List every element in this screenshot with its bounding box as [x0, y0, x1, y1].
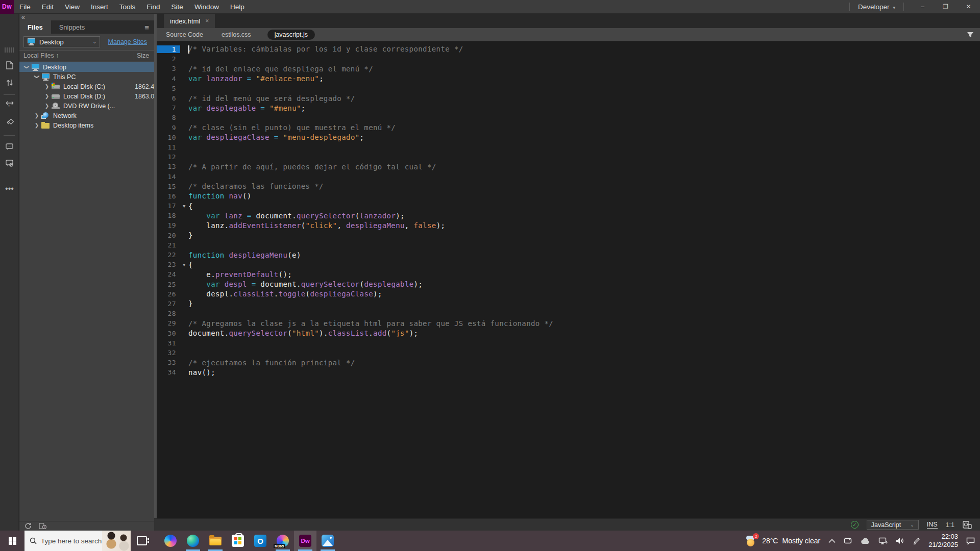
expand-arrow-icon[interactable]: ❯	[44, 93, 50, 99]
taskbar-app-explorer[interactable]	[204, 531, 227, 551]
menu-find[interactable]: Find	[141, 0, 165, 14]
expand-arrow-icon[interactable]: ❯	[44, 84, 50, 89]
code-line[interactable]: 27}	[157, 299, 980, 309]
code-line[interactable]: 13/* A partir de aquí, puedes dejar el c…	[157, 162, 980, 171]
code-line[interactable]: 14	[157, 171, 980, 181]
taskbar-app-photos[interactable]	[316, 531, 339, 551]
insert-mode-indicator[interactable]: INS	[927, 521, 938, 529]
clock[interactable]: 22:03 21/2/2025	[928, 533, 958, 549]
fold-arrow-icon[interactable]: ▼	[180, 204, 188, 209]
code-line[interactable]: 12	[157, 152, 980, 162]
workspace-switcher[interactable]: Developer▾	[850, 3, 903, 11]
code-format-icon[interactable]	[0, 116, 19, 129]
code-line[interactable]: 10var despliegaClase = "menu-desplegado"…	[157, 133, 980, 142]
panel-tab-snippets[interactable]: Snippets	[51, 20, 93, 34]
code-line[interactable]: 19 lanz.addEventListener("click", despli…	[157, 220, 980, 230]
task-view-button[interactable]	[131, 531, 153, 551]
code-line[interactable]: 11	[157, 142, 980, 152]
code-line[interactable]: 16function nav()	[157, 191, 980, 201]
related-file-javascript-js[interactable]: javascript.js	[267, 30, 315, 40]
collapse-panel-icon[interactable]: «	[21, 14, 24, 21]
code-editor[interactable]: 1/* Variables: cámbialas por los id y cl…	[157, 41, 980, 518]
fold-arrow-icon[interactable]: ▼	[180, 262, 188, 267]
tree-item-dvd-rw-drive-[interactable]: ❯DVD RW Drive (...	[19, 101, 154, 111]
screen-snip-icon[interactable]	[844, 537, 852, 544]
tree-item-local-disk-c-[interactable]: ❯Local Disk (C:)1862.46GB	[19, 82, 154, 91]
hidden-icons-chevron[interactable]	[828, 539, 836, 543]
panel-tab-files[interactable]: Files	[19, 20, 51, 34]
site-selector[interactable]: Desktop ⌄	[23, 36, 100, 47]
code-line[interactable]: 22function despliegaMenu(e)	[157, 250, 980, 260]
expand-arrow-icon[interactable]: ❯	[44, 103, 50, 109]
onedrive-icon[interactable]	[860, 538, 870, 544]
file-list-header[interactable]: Local Files ↑ Size	[19, 50, 154, 61]
code-line[interactable]: 24 e.preventDefault();	[157, 269, 980, 279]
code-line[interactable]: 17▼{	[157, 201, 980, 211]
code-line[interactable]: 8	[157, 113, 980, 122]
related-file-source-code[interactable]: Source Code	[157, 31, 212, 38]
menu-window[interactable]: Window	[189, 0, 225, 14]
code-line[interactable]: 5	[157, 84, 980, 93]
language-selector[interactable]: JavaScript ⌄	[867, 520, 919, 530]
code-line[interactable]: 20}	[157, 231, 980, 240]
code-line[interactable]: 28	[157, 309, 980, 318]
file-transfer-icon[interactable]	[0, 76, 19, 89]
comment-blocked-icon[interactable]	[0, 157, 19, 170]
weather-widget[interactable]: 1 28°C Mostly clear	[746, 535, 820, 547]
comment-icon[interactable]: ⋯	[0, 140, 19, 154]
code-line[interactable]: 29/* Agregamos la clase js a la etiqueta…	[157, 318, 980, 328]
menu-site[interactable]: Site	[166, 0, 189, 14]
code-line[interactable]: 25 var despl = document.querySelector(de…	[157, 280, 980, 289]
code-line[interactable]: 21	[157, 240, 980, 250]
expand-collapse-icon[interactable]: *	[0, 98, 19, 111]
restore-button[interactable]: ❐	[934, 0, 957, 14]
taskbar-app-m365-copilot[interactable]: M365	[272, 531, 294, 551]
related-file-estilos-css[interactable]: estilos.css	[212, 31, 260, 38]
menu-tools[interactable]: Tools	[114, 0, 141, 14]
start-button[interactable]	[0, 531, 24, 551]
sync-log-icon[interactable]	[39, 522, 46, 530]
code-line[interactable]: 23▼{	[157, 260, 980, 269]
filter-icon[interactable]	[967, 32, 974, 38]
panel-grip[interactable]	[5, 47, 15, 53]
code-line[interactable]: 15/* declaramos las funciones */	[157, 182, 980, 191]
code-line[interactable]: 7var desplegable = "#menu";	[157, 103, 980, 113]
volume-icon[interactable]	[896, 537, 904, 544]
taskbar-app-copilot[interactable]	[159, 531, 182, 551]
document-icon[interactable]	[0, 59, 19, 72]
menu-view[interactable]: View	[59, 0, 85, 14]
network-display-icon[interactable]	[878, 537, 888, 544]
tree-item-this-pc[interactable]: ❯This PC	[19, 72, 154, 82]
tree-item-network[interactable]: ❯Network	[19, 111, 154, 120]
menu-help[interactable]: Help	[225, 0, 250, 14]
code-line[interactable]: 3/* id del enlace que despliega el menú …	[157, 64, 980, 73]
tree-item-desktop-items[interactable]: ❯Desktop items	[19, 120, 154, 130]
collapse-arrow-icon[interactable]: ❯	[24, 64, 30, 70]
code-line[interactable]: 1/* Variables: cámbialas por los id y cl…	[157, 44, 980, 54]
expand-arrow-icon[interactable]: ❯	[34, 122, 40, 128]
taskbar-app-store[interactable]	[227, 531, 249, 551]
code-line[interactable]: 2	[157, 54, 980, 64]
taskbar-search[interactable]: Type here to search	[24, 531, 131, 551]
close-button[interactable]: ✕	[957, 0, 980, 14]
minimize-button[interactable]: –	[911, 0, 934, 14]
windows-ink-pen-icon[interactable]	[913, 537, 920, 545]
manage-sites-link[interactable]: Manage Sites	[108, 38, 147, 45]
code-line[interactable]: 32	[157, 348, 980, 358]
menu-file[interactable]: File	[14, 0, 36, 14]
taskbar-app-edge[interactable]	[182, 531, 204, 551]
panel-menu-icon[interactable]: ≡	[144, 23, 149, 32]
code-line[interactable]: 18 var lanz = document.querySelector(lan…	[157, 211, 980, 220]
code-line[interactable]: 6/* id del menú que será desplegado */	[157, 93, 980, 103]
tree-item-local-disk-d-[interactable]: ❯Local Disk (D:)1863.01GB	[19, 91, 154, 101]
code-line[interactable]: 4var lanzador = "#enlace-menu";	[157, 74, 980, 84]
expand-arrow-icon[interactable]: ❯	[34, 113, 40, 118]
code-line[interactable]: 31	[157, 338, 980, 348]
tree-item-desktop[interactable]: ❯Desktop	[19, 62, 154, 72]
more-options-icon[interactable]: •••	[0, 182, 19, 195]
collapse-arrow-icon[interactable]: ❯	[34, 74, 40, 80]
code-line[interactable]: 9/* clase (sin el punto) que muestra el …	[157, 123, 980, 133]
tab-index-html[interactable]: index.html ×	[164, 14, 215, 28]
code-line[interactable]: 26 despl.classList.toggle(despliegaClase…	[157, 289, 980, 299]
taskbar-app-outlook[interactable]: O	[249, 531, 272, 551]
